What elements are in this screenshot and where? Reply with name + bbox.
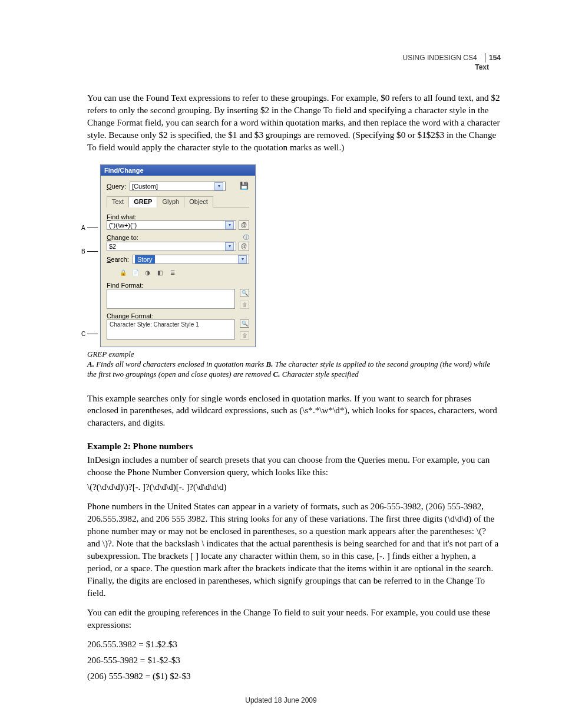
find-format-box[interactable] — [107, 289, 235, 309]
locked-layers-icon[interactable]: 🔒 — [118, 269, 127, 277]
grep-dialog-figure: A B C Find/Change Query: [Custom] ▾ — [91, 164, 267, 347]
chevron-down-icon[interactable]: ▾ — [225, 221, 234, 229]
tab-glyph[interactable]: Glyph — [157, 196, 184, 207]
master-pages-icon[interactable]: ◧ — [156, 269, 164, 277]
tab-strip: Text GREP Glyph Object — [107, 196, 249, 207]
header-section: Text — [475, 63, 501, 71]
chevron-down-icon[interactable]: ▾ — [238, 255, 247, 263]
example2-heading: Example 2: Phone numbers — [87, 441, 501, 452]
page: USING INDESIGN CS4 154 Text You can use … — [0, 0, 562, 728]
figure-caption: GREP example A. Finds all word character… — [87, 350, 501, 380]
paragraph-4: Phone numbers in the United States can a… — [87, 500, 501, 599]
paragraph-1: You can use the Found Text expressions t… — [87, 92, 501, 154]
tab-object[interactable]: Object — [184, 196, 213, 207]
tab-grep[interactable]: GREP — [128, 196, 157, 207]
page-footer: Updated 18 June 2009 — [0, 696, 562, 704]
page-number: 154 — [489, 54, 501, 62]
clear-format-icon[interactable]: 🗑 — [240, 301, 249, 309]
example-expression-3: (206) 555-3982 = ($1) $2-$3 — [87, 670, 501, 683]
change-format-box[interactable]: Character Style: Character Style 1 — [107, 319, 235, 340]
find-what-input[interactable]: (")(\w+)(") ▾ — [107, 220, 236, 230]
example-expression-2: 206-555-3982 = $1-$2-$3 — [87, 654, 501, 667]
body-content: You can use the Found Text expressions t… — [87, 92, 501, 683]
running-header: USING INDESIGN CS4 154 Text — [403, 53, 501, 72]
regex-code: \(?(\d\d\d)\)?[-. ]?(\d\d\d)[-. ]?(\d\d\… — [87, 482, 501, 492]
paragraph-5: You can edit the grouping references in … — [87, 607, 501, 631]
paragraph-2: This example searches only for single wo… — [87, 393, 501, 430]
query-combo[interactable]: [Custom] ▾ — [130, 182, 226, 191]
query-label: Query: — [107, 183, 126, 190]
change-to-input[interactable]: $2 ▾ — [107, 242, 236, 251]
search-option-icons: 🔒 📄 ◑ ◧ ≣ — [118, 269, 249, 277]
find-format-label: Find Format: — [107, 282, 249, 289]
find-what-label: Find what: — [107, 213, 249, 220]
chevron-down-icon[interactable]: ▾ — [225, 242, 234, 251]
clear-format-icon[interactable]: 🗑 — [240, 331, 249, 340]
change-format-label: Change Format: — [107, 312, 249, 319]
chevron-down-icon[interactable]: ▾ — [214, 182, 223, 190]
hidden-layers-icon[interactable]: ◑ — [143, 269, 152, 277]
save-query-icon[interactable]: 💾 — [240, 182, 249, 191]
locked-stories-icon[interactable]: 📄 — [131, 269, 140, 277]
special-chars-icon[interactable]: @ — [239, 242, 249, 251]
special-chars-icon[interactable]: @ — [239, 220, 249, 230]
info-icon: ⓘ — [243, 233, 249, 242]
footnotes-icon[interactable]: ≣ — [168, 269, 177, 277]
query-row: Query: [Custom] ▾ 💾 — [107, 182, 249, 191]
specify-format-icon[interactable]: 🔍 — [240, 289, 249, 297]
callout-a: A — [81, 225, 85, 231]
specify-format-icon[interactable]: 🔍 — [240, 319, 249, 328]
callout-b: B — [81, 248, 85, 255]
dialog-titlebar: Find/Change — [101, 165, 255, 176]
callout-c: C — [81, 331, 85, 337]
search-scope-combo[interactable]: Story ▾ — [133, 255, 249, 264]
change-to-label: Change to: ⓘ — [107, 233, 249, 242]
paragraph-3: InDesign includes a number of search pre… — [87, 454, 501, 479]
header-title: USING INDESIGN CS4 — [403, 53, 480, 62]
find-change-dialog: Find/Change Query: [Custom] ▾ 💾 Text GRE — [100, 164, 256, 347]
example-expression-1: 206.555.3982 = $1.$2.$3 — [87, 638, 501, 651]
tab-text[interactable]: Text — [107, 196, 129, 207]
search-label: Search: — [107, 256, 129, 263]
